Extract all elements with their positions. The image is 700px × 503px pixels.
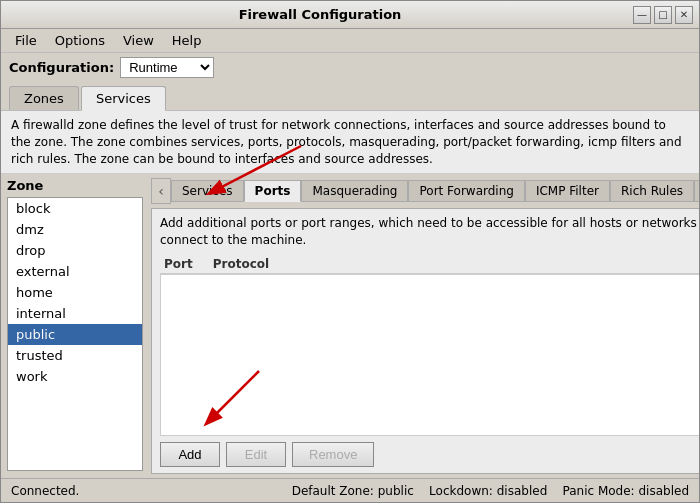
zone-list-container: Zone block dmz drop external home intern… xyxy=(1,174,149,478)
zone-dmz[interactable]: dmz xyxy=(8,219,142,240)
main-tabs: Zones Services xyxy=(1,82,699,111)
zone-trusted[interactable]: trusted xyxy=(8,345,142,366)
tab-services[interactable]: Services xyxy=(81,86,166,111)
edit-button[interactable]: Edit xyxy=(226,442,286,467)
zone-description: A firewalld zone defines the level of tr… xyxy=(1,111,699,174)
action-buttons: Add Edit Remove xyxy=(160,442,699,467)
zone-drop[interactable]: drop xyxy=(8,240,142,261)
subtab-prev[interactable]: ‹ xyxy=(151,178,171,204)
zone-internal[interactable]: internal xyxy=(8,303,142,324)
zone-public[interactable]: public xyxy=(8,324,142,345)
ports-table-body[interactable] xyxy=(160,274,699,436)
menu-file[interactable]: File xyxy=(7,31,45,50)
remove-button[interactable]: Remove xyxy=(292,442,374,467)
zone-home[interactable]: home xyxy=(8,282,142,303)
zone-list: block dmz drop external home internal pu… xyxy=(7,197,143,471)
titlebar: Firewall Configuration — □ ✕ xyxy=(1,1,699,29)
subtab-services[interactable]: Services xyxy=(171,180,244,202)
minimize-button[interactable]: — xyxy=(633,6,651,24)
config-select[interactable]: Runtime Permanent xyxy=(120,57,214,78)
subtab-bar: ‹ Services Ports Masquerading Port Forwa… xyxy=(151,178,699,204)
close-button[interactable]: ✕ xyxy=(675,6,693,24)
menu-options[interactable]: Options xyxy=(47,31,113,50)
subtab-port-forwarding[interactable]: Port Forwarding xyxy=(408,180,524,202)
col-protocol: Protocol xyxy=(213,257,269,271)
menu-view[interactable]: View xyxy=(115,31,162,50)
menu-help[interactable]: Help xyxy=(164,31,210,50)
main-content: Zone block dmz drop external home intern… xyxy=(1,174,699,502)
right-panel: ‹ Services Ports Masquerading Port Forwa… xyxy=(149,174,699,478)
col-port: Port xyxy=(164,257,193,271)
restore-button[interactable]: □ xyxy=(654,6,672,24)
zone-external[interactable]: external xyxy=(8,261,142,282)
default-zone-value: public xyxy=(378,484,414,498)
add-button[interactable]: Add xyxy=(160,442,220,467)
config-label: Configuration: xyxy=(9,60,114,75)
tab-zones[interactable]: Zones xyxy=(9,86,79,110)
menubar: File Options View Help xyxy=(1,29,699,53)
titlebar-controls: — □ ✕ xyxy=(633,6,693,24)
subtab-ports[interactable]: Ports xyxy=(244,180,302,202)
subtab-rich-rules[interactable]: Rich Rules xyxy=(610,180,694,202)
zone-block[interactable]: block xyxy=(8,198,142,219)
ports-table-header: Port Protocol xyxy=(160,255,699,274)
lockdown-value: disabled xyxy=(497,484,548,498)
lockdown-label: Lockdown: xyxy=(429,484,493,498)
status-connected: Connected. xyxy=(11,484,79,498)
status-right: Default Zone: public Lockdown: disabled … xyxy=(292,484,689,498)
subtab-icmp-filter[interactable]: ICMP Filter xyxy=(525,180,610,202)
zone-list-label: Zone xyxy=(7,178,143,193)
ports-panel: Add additional ports or port ranges, whi… xyxy=(151,208,699,474)
subtab-interfaces[interactable]: Interfaces xyxy=(694,180,699,202)
app-window: Firewall Configuration — □ ✕ File Option… xyxy=(0,0,700,503)
panic-value: disabled xyxy=(638,484,689,498)
statusbar: Connected. Default Zone: public Lockdown… xyxy=(1,478,699,502)
subtab-masquerading[interactable]: Masquerading xyxy=(301,180,408,202)
panic-label: Panic Mode: xyxy=(563,484,635,498)
default-zone-label: Default Zone: xyxy=(292,484,374,498)
configbar: Configuration: Runtime Permanent xyxy=(1,53,699,82)
window-title: Firewall Configuration xyxy=(7,7,633,22)
zone-work[interactable]: work xyxy=(8,366,142,387)
ports-description: Add additional ports or port ranges, whi… xyxy=(160,215,699,249)
